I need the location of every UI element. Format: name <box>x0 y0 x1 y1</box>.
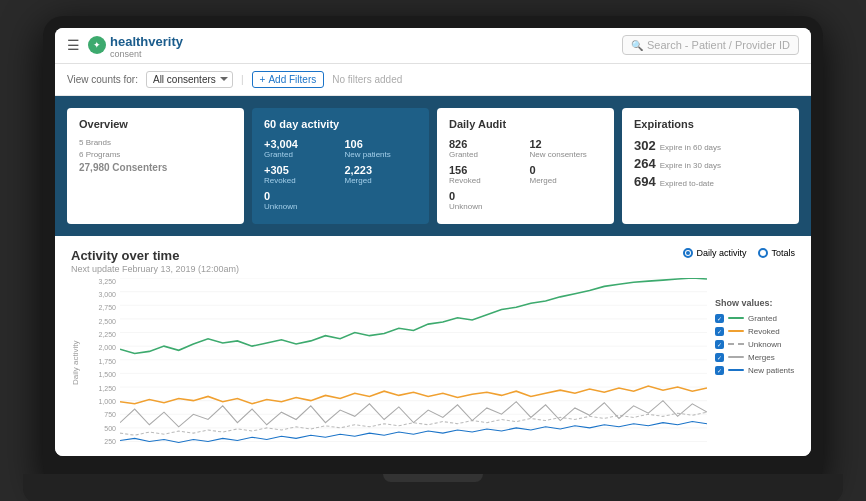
y-tick-500: 500 <box>84 425 116 432</box>
sixty-unknown-label: Unknown <box>264 202 337 211</box>
y-axis-label: Daily activity <box>71 278 80 448</box>
logo-icon: ✦ <box>88 36 106 54</box>
search-bar[interactable]: 🔍 Search - Patient / Provider ID <box>622 35 799 55</box>
legend-check-granted <box>715 314 724 323</box>
daily-merged-val: 0 <box>530 164 603 176</box>
legend-merges[interactable]: Merges <box>715 353 795 362</box>
sixty-new-patients-val: 106 <box>345 138 418 150</box>
chart-svg <box>120 278 707 446</box>
daily-new-consenters-val: 12 <box>530 138 603 150</box>
granted-line <box>120 278 707 353</box>
daily-granted-label: Granted <box>449 150 522 159</box>
daily-audit-card: Daily Audit 826 Granted 12 New consenter… <box>437 108 614 224</box>
add-filters-button[interactable]: + Add Filters <box>252 71 325 88</box>
menu-icon[interactable]: ☰ <box>67 37 80 53</box>
legend-revoked[interactable]: Revoked <box>715 327 795 336</box>
daily-unknown-label: Unknown <box>449 202 522 211</box>
logo: ✦ healthverity consent <box>88 32 183 59</box>
legend-check-new-patients <box>715 366 724 375</box>
y-tick-250: 250 <box>84 438 116 445</box>
legend-line-merges <box>728 356 744 358</box>
consenters-select[interactable]: All consenters <box>146 71 233 88</box>
sixty-day-grid: +3,004 Granted 106 New patients +305 Rev… <box>264 138 417 214</box>
legend-new-patients[interactable]: New patients <box>715 366 795 375</box>
radio-totals[interactable]: Totals <box>758 248 795 258</box>
legend-label-merges: Merges <box>748 353 775 362</box>
daily-merged-label: Merged <box>530 176 603 185</box>
sixty-granted-val: +3,004 <box>264 138 337 150</box>
daily-new-consenters: 12 New consenters <box>530 138 603 159</box>
legend-label-new-patients: New patients <box>748 366 794 375</box>
expirations-title: Expirations <box>634 118 787 130</box>
y-tick-1000: 1,000 <box>84 398 116 405</box>
y-tick-750: 750 <box>84 411 116 418</box>
daily-unknown: 0 Unknown <box>449 190 522 211</box>
sixty-revoked-val: +305 <box>264 164 337 176</box>
daily-revoked: 156 Revoked <box>449 164 522 185</box>
chart-body: Daily activity 3,250 3,000 2,750 2,500 2… <box>71 278 795 448</box>
expiration-60: 302 Expire in 60 days <box>634 138 787 153</box>
revoked-line <box>120 385 707 403</box>
legend-granted[interactable]: Granted <box>715 314 795 323</box>
y-ticks: 3,250 3,000 2,750 2,500 2,250 2,000 1,75… <box>84 278 120 446</box>
legend-line-granted <box>728 317 744 319</box>
legend-label-unknown: Unknown <box>748 340 781 349</box>
expiration-30-val: 264 <box>634 156 656 171</box>
sixty-unknown: 0 Unknown <box>264 190 337 211</box>
chart-inner: 3,250 3,000 2,750 2,500 2,250 2,000 1,75… <box>84 278 707 448</box>
filter-view-label: View counts for: <box>67 74 138 85</box>
daily-granted-val: 826 <box>449 138 522 150</box>
y-tick-1500: 1,500 <box>84 371 116 378</box>
legend: Show values: Granted Revoked Un <box>715 278 795 448</box>
sixty-unknown-val: 0 <box>264 190 337 202</box>
daily-new-consenters-label: New consenters <box>530 150 603 159</box>
y-tick-3250: 3,250 <box>84 278 116 285</box>
daily-revoked-label: Revoked <box>449 176 522 185</box>
overview-brands-value: 5 Brands <box>79 138 232 147</box>
daily-revoked-val: 156 <box>449 164 522 176</box>
radio-totals-dot <box>758 248 768 258</box>
laptop-frame: ☰ ✦ healthverity consent 🔍 Search - Pati… <box>43 16 823 486</box>
sixty-revoked-label: Revoked <box>264 176 337 185</box>
daily-merged: 0 Merged <box>530 164 603 185</box>
sixty-granted-label: Granted <box>264 150 337 159</box>
legend-line-unknown <box>728 343 744 345</box>
legend-unknown[interactable]: Unknown <box>715 340 795 349</box>
overview-programs: 6 Programs <box>79 150 232 159</box>
legend-check-revoked <box>715 327 724 336</box>
overview-brands: 5 Brands <box>79 138 232 147</box>
chart-plot-area: 3,250 3,000 2,750 2,500 2,250 2,000 1,75… <box>84 278 707 446</box>
laptop-base <box>23 474 843 502</box>
expiration-30-label: Expire in 30 days <box>660 161 721 170</box>
plus-icon: + <box>260 74 266 85</box>
unknown-line <box>120 412 707 435</box>
sixty-day-card: 60 day activity +3,004 Granted 106 New p… <box>252 108 429 224</box>
merges-line <box>120 400 707 426</box>
chart-subtitle: Next update February 13, 2019 (12:00am) <box>71 264 239 274</box>
sixty-merged-val: 2,223 <box>345 164 418 176</box>
y-tick-2750: 2,750 <box>84 304 116 311</box>
legend-label-revoked: Revoked <box>748 327 780 336</box>
radio-daily-label: Daily activity <box>696 248 746 258</box>
sixty-merged-label: Merged <box>345 176 418 185</box>
legend-check-unknown <box>715 340 724 349</box>
filterbar: View counts for: All consenters | + Add … <box>55 64 811 96</box>
stats-row: Overview 5 Brands 6 Programs 27,980 Cons… <box>55 96 811 236</box>
chart-title-group: Activity over time Next update February … <box>71 248 239 274</box>
radio-daily[interactable]: Daily activity <box>683 248 746 258</box>
expiration-total-val: 694 <box>634 174 656 189</box>
daily-granted: 826 Granted <box>449 138 522 159</box>
y-tick-1250: 1,250 <box>84 385 116 392</box>
expirations-card: Expirations 302 Expire in 60 days 264 Ex… <box>622 108 799 224</box>
sixty-new-patients-label: New patients <box>345 150 418 159</box>
screen: ☰ ✦ healthverity consent 🔍 Search - Pati… <box>55 28 811 456</box>
chart-title: Activity over time <box>71 248 239 263</box>
y-tick-2250: 2,250 <box>84 331 116 338</box>
legend-label-granted: Granted <box>748 314 777 323</box>
search-icon: 🔍 <box>631 40 643 51</box>
y-tick-2500: 2,500 <box>84 318 116 325</box>
chart-header: Activity over time Next update February … <box>71 248 795 274</box>
expiration-30: 264 Expire in 30 days <box>634 156 787 171</box>
sixty-merged: 2,223 Merged <box>345 164 418 185</box>
overview-programs-value: 6 Programs <box>79 150 232 159</box>
